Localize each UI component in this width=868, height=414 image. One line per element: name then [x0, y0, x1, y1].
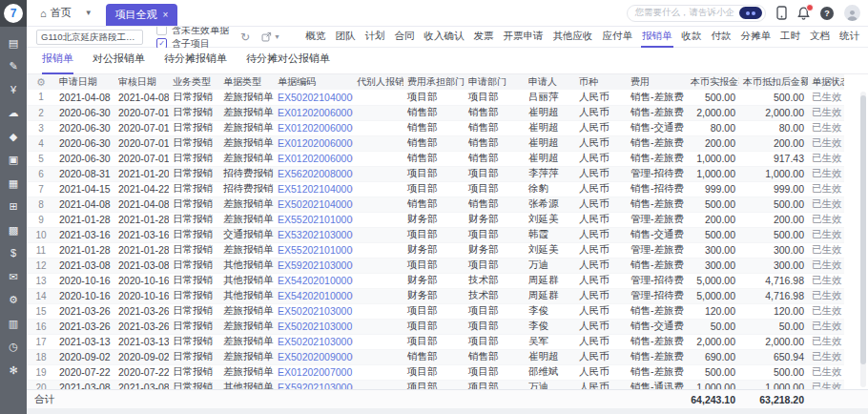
security-shield-icon[interactable]: ◆	[7, 130, 20, 143]
ai-assistant-icon[interactable]	[739, 7, 762, 19]
menu-item-收款[interactable]: 收款	[681, 27, 703, 48]
column-settings-icon[interactable]: ⚙	[36, 76, 46, 88]
document-code-link[interactable]: EX0120200600007	[274, 135, 353, 151]
document-code-link[interactable]: EX5420201000001	[274, 273, 353, 288]
cloud-approve-icon[interactable]: ☁	[7, 107, 20, 120]
chevron-down-icon[interactable]: ▼	[274, 33, 280, 40]
table-scroll-area[interactable]: 12021-04-082021-04-08日常报销差旅报销单…EX5020210…	[27, 90, 868, 389]
document-code-link[interactable]: EX0120200600007	[274, 151, 353, 166]
export-icon[interactable]: ▼	[261, 31, 280, 42]
document-code-link[interactable]: EX5020210300006	[274, 334, 353, 349]
table-row[interactable]: 122021-03-082021-03-08日常报销其他报销单…EX592021…	[27, 258, 844, 273]
document-code-link[interactable]: EX5420201000001	[274, 288, 353, 303]
table-row[interactable]: 72021-04-152021-04-22日常报销招待费报销…EX5120210…	[27, 181, 844, 197]
column-header-申请人[interactable]: 申请人	[525, 74, 575, 90]
document-code-link[interactable]: EX5020210300014	[274, 319, 353, 334]
table-row[interactable]: 162021-03-262021-03-26日常报销差旅报销单…EX502021…	[27, 319, 844, 334]
table-row[interactable]: 12021-04-082021-04-08日常报销差旅报销单…EX5020210…	[27, 90, 844, 105]
assistant-search-input[interactable]: 您需要什么，请告诉小企	[627, 5, 767, 22]
close-icon[interactable]: ×	[163, 10, 169, 20]
project-selector[interactable]: G110北京延庆路段工程造价1…	[36, 30, 143, 45]
notifications-bell-icon[interactable]	[797, 7, 810, 20]
menu-item-开票申请[interactable]: 开票申请	[503, 27, 545, 48]
finance-doc-icon[interactable]: $	[7, 247, 20, 260]
menu-item-团队[interactable]: 团队	[335, 27, 357, 48]
column-header-申请部门[interactable]: 申请部门	[465, 74, 525, 90]
subtab-待分摊对公报销单[interactable]: 待分摊对公报销单	[246, 52, 330, 74]
table-row[interactable]: 112021-01-282021-01-28日常报销差旅报销单…EX552021…	[27, 242, 844, 258]
ledger-icon[interactable]: ¥	[7, 83, 20, 96]
table-row[interactable]: 92021-01-282021-01-28日常报销差旅报销单…EX5520210…	[27, 212, 844, 227]
table-row[interactable]: 22020-06-302020-07-01日常报销差旅报销单…EX0120200…	[27, 105, 844, 120]
table-row[interactable]: 52020-06-302020-07-01日常报销差旅报销单…EX0120200…	[27, 151, 844, 166]
document-code-link[interactable]: EX0120200700010	[274, 364, 353, 380]
column-header-单据类型[interactable]: 单据类型	[219, 74, 274, 90]
chevron-down-icon[interactable]: ▼	[85, 9, 93, 17]
history-clock-icon[interactable]: ◷	[7, 341, 20, 354]
column-header-本币实报金额[interactable]: 本币实报金额	[687, 74, 739, 90]
menu-item-工时[interactable]: 工时	[779, 27, 801, 48]
document-code-link[interactable]: EX0120200600007	[274, 120, 353, 135]
document-code-link[interactable]: EX0120200600007	[274, 105, 353, 120]
column-header-审核日期[interactable]: 审核日期	[114, 74, 169, 90]
table-row[interactable]: 172021-03-132021-03-13日常报销差旅报销单…EX502021…	[27, 334, 844, 349]
table-row[interactable]: 32020-06-302020-07-01日常报销差旅报销单…EX0120200…	[27, 120, 844, 135]
menu-item-付款[interactable]: 付款	[711, 27, 733, 48]
help-icon[interactable]: ?	[820, 7, 834, 20]
document-code-link[interactable]: EX5620200800001	[274, 166, 353, 181]
contract-edit-icon[interactable]: ✎	[7, 60, 20, 73]
menu-item-计划[interactable]: 计划	[364, 27, 386, 48]
home-tab[interactable]: ⌂ 首页 ▼	[40, 6, 93, 20]
document-code-link[interactable]: EX5020210400004	[274, 197, 353, 212]
app-logo[interactable]: 7	[0, 0, 27, 27]
table-row[interactable]: 62020-08-312021-01-20日常报销招待费报销…EX5620200…	[27, 166, 844, 181]
project-card-icon[interactable]: ▤	[7, 36, 20, 50]
table-row[interactable]: 142020-10-162020-10-16日常报销其他报销单…EX542020…	[27, 288, 844, 303]
document-code-link[interactable]: EX5520210100001	[274, 212, 353, 227]
assets-bag-icon[interactable]: ▣	[7, 154, 20, 167]
table-row[interactable]: 102021-03-162021-03-16日常报销交通报销单…EX532021…	[27, 227, 844, 242]
scrollbar-thumb[interactable]	[860, 95, 866, 364]
column-header-代别人报销[interactable]: 代别人报销	[353, 74, 403, 90]
subtab-报销单[interactable]: 报销单	[42, 52, 73, 74]
document-code-link[interactable]: EX5920210300003	[274, 380, 353, 389]
menu-item-统计[interactable]: 统计	[838, 27, 860, 48]
column-header-费用承担部门[interactable]: 费用承担部门	[403, 74, 465, 90]
menu-item-发票[interactable]: 发票	[473, 27, 495, 48]
column-header-单据状态[interactable]: 单据状态	[808, 74, 844, 90]
column-header-申请日期[interactable]: 申请日期	[55, 74, 114, 90]
vertical-scrollbar[interactable]	[860, 92, 866, 387]
table-row[interactable]: 152021-03-262021-03-26日常报销差旅报销单…EX502021…	[27, 303, 844, 319]
document-code-link[interactable]: EX5920210300003	[274, 258, 353, 273]
menu-item-合同[interactable]: 合同	[394, 27, 416, 48]
apps-grid-icon[interactable]: ▩	[7, 223, 20, 237]
document-code-link[interactable]: EX5020210300014	[274, 303, 353, 319]
menu-item-报销单[interactable]: 报销单	[641, 27, 673, 48]
media-card-icon[interactable]: ▦	[7, 176, 20, 190]
table-row[interactable]: 192020-07-222020-07-22日常报销差旅报销单…EX012020…	[27, 364, 844, 380]
column-header-费用[interactable]: 费用	[627, 74, 687, 90]
table-row[interactable]: 82021-04-082021-04-08日常报销差旅报销单…EX5020210…	[27, 197, 844, 212]
document-code-link[interactable]: EX5020200900005	[274, 349, 353, 364]
menu-item-文档[interactable]: 文档	[809, 27, 831, 48]
subtab-对公报销单[interactable]: 对公报销单	[93, 52, 145, 74]
table-row[interactable]: 132020-10-162020-10-16日常报销其他报销单…EX542020…	[27, 273, 844, 288]
menu-item-其他应收[interactable]: 其他应收	[552, 27, 594, 48]
document-code-link[interactable]: EX5520210100003	[274, 242, 353, 258]
document-code-link[interactable]: EX5120210400001	[274, 181, 353, 197]
table-row[interactable]: 202021-03-082021-03-08日常报销其他报销单…EX592021…	[27, 380, 844, 389]
table-row[interactable]: 42020-06-302020-07-01日常报销差旅报销单…EX0120200…	[27, 135, 844, 151]
analytics-bars-icon[interactable]: ▥	[7, 317, 20, 330]
menu-item-分摊单[interactable]: 分摊单	[740, 27, 773, 48]
menu-item-概览[interactable]: 概览	[305, 27, 327, 48]
column-header-币种[interactable]: 币种	[575, 74, 627, 90]
menu-item-收入确认[interactable]: 收入确认	[424, 27, 465, 48]
column-header-本币抵扣后金额[interactable]: 本币抵扣后金额	[739, 74, 808, 90]
refresh-icon[interactable]: ↻	[240, 31, 250, 44]
column-header-业务类型[interactable]: 业务类型	[169, 74, 219, 90]
user-avatar[interactable]	[844, 5, 860, 21]
document-code-link[interactable]: EX5320210300001	[274, 227, 353, 242]
services-asterisk-icon[interactable]: ✻	[7, 363, 20, 377]
table-row[interactable]: 182020-09-022020-09-02日常报销差旅报销单…EX502020…	[27, 349, 844, 364]
settings-gear-icon[interactable]: ⚙	[7, 294, 20, 307]
